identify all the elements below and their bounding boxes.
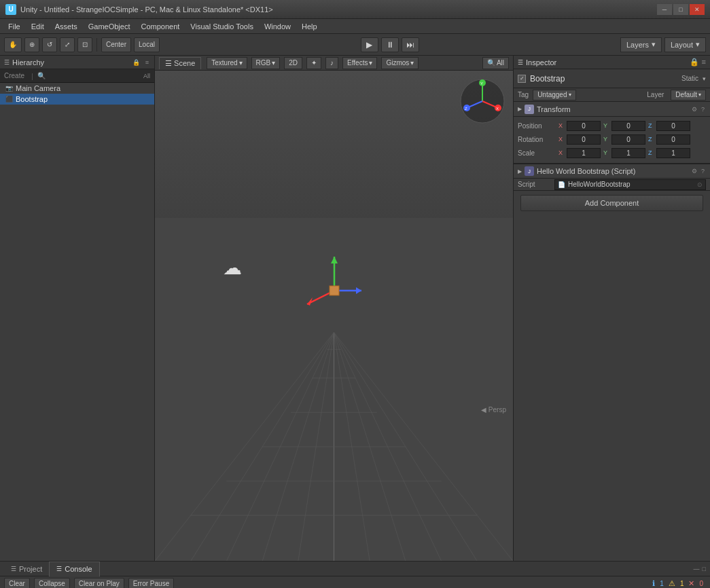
project-tab[interactable]: ☰ Project [4,562,49,576]
gizmos-dropdown[interactable]: Gizmos ▾ [381,57,419,69]
title-bar: U Unity - Untitled - StrangeIOCSimple - … [0,0,710,19]
menu-bar: File Edit Assets GameObject Component Vi… [0,19,710,34]
info-count: 1 [657,579,667,589]
script-component-title: Hello World Bootstrap (Script) [537,167,688,175]
hierarchy-panel: ☰ Hierarchy 🔒 ≡ Create | 🔍 All 📷 Main Ca… [0,56,155,561]
rgb-dropdown[interactable]: RGB ▾ [251,57,281,69]
script-value: HelloWorldBootstrap [568,181,631,188]
hierarchy-menu-icon[interactable]: ≡ [144,59,150,66]
inspector-title: Inspector [526,58,556,67]
z-label: Z [648,122,655,129]
hierarchy-lock-icon[interactable]: 🔒 [131,59,141,66]
rect-tool-button[interactable]: ⊡ [77,37,92,52]
bottom-panel-minimize-icon[interactable]: — [694,566,700,572]
hierarchy-item-bootstrap[interactable]: ⬛ Bootstrap [0,94,154,105]
object-active-checkbox[interactable]: ✓ [518,75,526,83]
error-pause-button[interactable]: Error Pause [128,578,174,589]
close-button[interactable]: ✕ [690,4,705,15]
y-label: Y [603,122,610,129]
inspector-controls: 🔒 ≡ [690,58,706,67]
transform-settings-icon[interactable]: ⚙ [690,106,698,113]
menu-edit[interactable]: Edit [26,21,50,32]
script-settings-icon[interactable]: ⚙ [690,168,698,174]
bottom-panel-expand-icon[interactable]: □ [703,566,706,572]
menu-component[interactable]: Component [135,21,185,32]
hierarchy-item-label: Main Camera [16,84,60,92]
tag-dropdown[interactable]: Untagged ▾ [533,90,575,100]
position-y-input[interactable] [611,121,645,131]
position-x-input[interactable] [567,121,601,131]
layers-dropdown[interactable]: Layers ▾ [620,37,662,52]
console-tab-label: Console [65,565,92,573]
effects-dropdown[interactable]: Effects ▾ [342,57,377,69]
rx-label: X [558,136,565,143]
inspector-object-header: ✓ Bootstrap Static ▾ [514,69,710,88]
move-tool-button[interactable]: ⊕ [24,37,39,52]
pause-button[interactable]: ⏸ [381,37,399,52]
rotation-y-input[interactable] [611,134,645,145]
err-count: 0 [696,579,706,589]
inspector-lock-icon[interactable]: 🔒 [690,58,699,67]
transform-component-header[interactable]: ▶ J Transform ⚙ ? [514,102,710,117]
hierarchy-item-main-camera[interactable]: 📷 Main Camera [0,83,154,94]
maximize-button[interactable]: □ [673,4,688,15]
rotation-x-input[interactable] [567,134,601,145]
scale-x-field: X [558,148,601,158]
scale-x-input[interactable] [567,148,601,158]
menu-vstudio[interactable]: Visual Studio Tools [185,21,259,32]
layer-dropdown[interactable]: Default ▾ [671,90,706,100]
scene-tab[interactable]: ☰ Scene [159,57,201,69]
textured-dropdown[interactable]: Textured ▾ [207,57,247,69]
scene-search-dropdown[interactable]: 🔍 All [482,57,509,69]
main-area: ☰ Hierarchy 🔒 ≡ Create | 🔍 All 📷 Main Ca… [0,56,710,561]
scene-canvas[interactable]: ☁ Y X [155,71,513,561]
lighting-button[interactable]: ✦ [306,57,321,69]
menu-window[interactable]: Window [259,21,296,32]
clear-on-play-button[interactable]: Clear on Play [74,578,124,589]
add-component-button[interactable]: Add Component [520,195,703,211]
menu-gameobject[interactable]: GameObject [83,21,136,32]
play-button[interactable]: ▶ [361,37,378,52]
2d-button[interactable]: 2D [284,57,302,69]
svg-text:Y: Y [480,81,483,86]
err-icon: ✕ [688,579,694,588]
transform-help-icon[interactable]: ? [700,106,706,113]
scale-y-input[interactable] [611,148,645,158]
step-button[interactable]: ⏭ [402,37,419,52]
position-z-input[interactable] [656,121,690,131]
sx-label: X [558,149,565,156]
console-tab[interactable]: ☰ Console [49,562,99,576]
script-value-container[interactable]: 📄 HelloWorldBootstrap ⊙ [554,179,706,190]
svg-text:Z: Z [465,107,467,111]
collapse-button[interactable]: Collapse [34,578,70,589]
rotate-tool-button[interactable]: ↺ [42,37,57,52]
script-component-header[interactable]: ▶ J Hello World Bootstrap (Script) ⚙ ? [514,164,710,179]
scale-tool-button[interactable]: ⤢ [60,37,75,52]
layout-dropdown[interactable]: Layout ▾ [664,37,706,52]
scene-toolbar: ☰ Scene Textured ▾ RGB ▾ 2D ✦ ♪ Effects … [155,56,513,71]
local-toggle-button[interactable]: Local [134,37,160,52]
script-help-icon[interactable]: ? [700,168,706,174]
gizmo-widget: Y X Z [459,77,506,125]
menu-help[interactable]: Help [296,21,323,32]
minimize-button[interactable]: ─ [657,4,672,15]
rotation-z-input[interactable] [656,134,690,145]
add-component-label: Add Component [585,199,639,207]
hierarchy-search-input[interactable] [48,72,143,80]
inspector-panel-icon: ☰ [518,59,523,66]
menu-assets[interactable]: Assets [50,21,83,32]
scale-label: Scale [518,149,558,157]
console-toolbar: Clear Collapse Clear on Play Error Pause… [0,576,710,588]
rotation-y-field: Y [603,134,645,145]
hand-tool-button[interactable]: ✋ [4,37,22,52]
clear-button[interactable]: Clear [4,578,30,589]
window-controls: ─ □ ✕ [657,4,705,15]
audio-button[interactable]: ♪ [325,57,338,69]
menu-file[interactable]: File [3,21,26,32]
center-toggle-button[interactable]: Center [101,37,131,52]
tag-label: Tag [518,91,529,98]
scene-object-cloud: ☁ [223,257,242,279]
scale-y-field: Y [603,148,645,158]
inspector-menu-icon[interactable]: ≡ [702,58,706,67]
scale-z-input[interactable] [656,148,690,158]
